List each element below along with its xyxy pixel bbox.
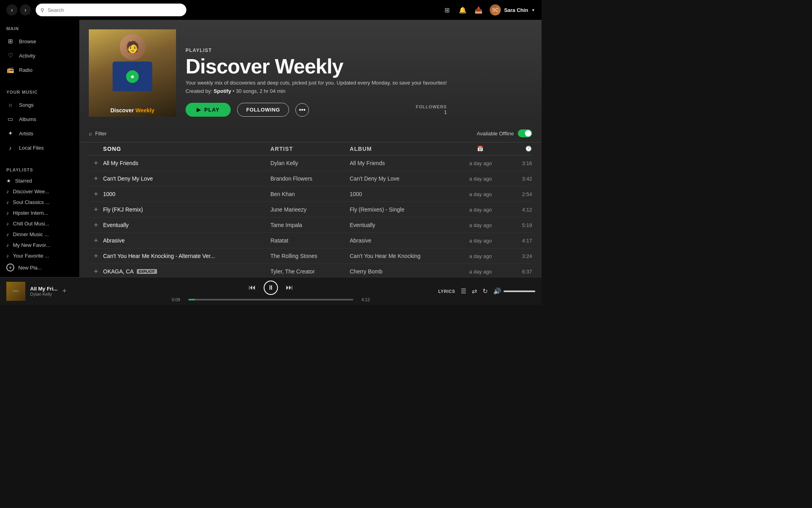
album-col[interactable]: Fly (Remixes) - Single	[350, 206, 453, 213]
playlist-item-chill-out[interactable]: ♪ Chill Out Musi...	[0, 218, 79, 229]
add-track-button[interactable]: +	[94, 237, 98, 244]
table-row[interactable]: + Fly (FKJ Remix) June Marieezy Fly (Rem…	[89, 202, 532, 217]
playlist-item-soul-classics[interactable]: ♪ Soul Classics ...	[0, 197, 79, 208]
table-row[interactable]: + All My Friends Dylan Kelly All My Frie…	[89, 156, 532, 171]
album-col[interactable]: 1000	[350, 191, 453, 197]
playlist-item-hipster-intern[interactable]: ♪ Hipster Intern...	[0, 208, 79, 218]
volume-track[interactable]	[504, 291, 535, 292]
duration-col: 4:17	[508, 238, 532, 244]
sidebar-item-browse[interactable]: ⊞ Browse	[0, 34, 79, 48]
play-pause-button[interactable]: ⏸	[264, 281, 278, 295]
artist-col[interactable]: The Rolling Stones	[270, 253, 350, 259]
song-name: OKAGA, CA	[103, 268, 134, 275]
table-row[interactable]: + OKAGA, CA EXPLICIT Tyler, The Creator …	[89, 264, 532, 277]
album-col[interactable]: Eventually	[350, 222, 453, 228]
song-col: Abrasive	[103, 237, 270, 244]
browse-icon: ⊞	[6, 37, 14, 45]
sidebar-item-local-files[interactable]: ♪ Local Files	[0, 140, 79, 155]
player-controls: ⏮ ⏸ ⏭ 0:09 4:12	[108, 281, 434, 302]
artist-col[interactable]: Tyler, The Creator	[270, 268, 350, 275]
tracklist-table: SONG ARTIST ALBUM 📅 🕐 + All My Friends D…	[79, 142, 542, 277]
playlist-item-discover-weekly[interactable]: ♪ Discover Wee...	[0, 186, 79, 197]
table-row[interactable]: + Abrasive Ratatat Abrasive a day ago 4:…	[89, 233, 532, 248]
table-row[interactable]: + Eventually Tame Impala Eventually a da…	[89, 217, 532, 233]
queue-button[interactable]: ☰	[461, 287, 466, 295]
add-track-button[interactable]: +	[94, 175, 98, 182]
album-col[interactable]: Can't You Hear Me Knocking	[350, 253, 453, 259]
tracklist-controls: ⌕ Filter Available Offline	[79, 125, 542, 142]
artist-col[interactable]: Brandon Flowers	[270, 175, 350, 182]
artist-col[interactable]: Dylan Kelly	[270, 160, 350, 166]
song-name: Eventually	[103, 222, 129, 228]
repeat-button[interactable]: ↻	[483, 287, 488, 295]
artist-col[interactable]: Tame Impala	[270, 222, 350, 228]
notifications-icon[interactable]: 🔔	[458, 5, 467, 15]
artist-col[interactable]: June Marieezy	[270, 206, 350, 213]
filter-search[interactable]: ⌕ Filter	[89, 130, 107, 137]
add-track-button[interactable]: +	[94, 206, 98, 213]
volume-icon: 🔊	[493, 287, 501, 295]
shuffle-button[interactable]: ⇄	[472, 287, 477, 295]
duration-col: 3:16	[508, 160, 532, 166]
artist-col[interactable]: Ben Khan	[270, 191, 350, 197]
apps-icon[interactable]: ⊞	[442, 5, 452, 15]
sidebar-item-activity[interactable]: ♡ Activity	[0, 48, 79, 63]
album-col[interactable]: Can't Deny My Love	[350, 175, 453, 182]
toggle-switch[interactable]	[518, 129, 532, 137]
progress-track[interactable]	[188, 299, 353, 300]
inbox-icon[interactable]: 📥	[474, 5, 483, 15]
table-row[interactable]: + Can't You Hear Me Knocking - Alternate…	[89, 248, 532, 264]
add-track-button[interactable]: +	[94, 221, 98, 229]
song-col: 1000	[103, 191, 270, 197]
playlist-name: Chill Out Musi...	[13, 221, 50, 227]
col-album-header: ALBUM	[350, 146, 453, 152]
back-button[interactable]: ‹	[6, 4, 17, 15]
table-row[interactable]: + 1000 Ben Khan 1000 a day ago 2:54	[89, 187, 532, 202]
add-col: +	[89, 252, 103, 260]
playlist-name: Soul Classics ...	[13, 199, 50, 205]
duration-col: 6:37	[508, 269, 532, 275]
playlist-item-starred[interactable]: ★ Starred	[0, 175, 79, 186]
player-add-icon[interactable]: +	[62, 287, 67, 295]
previous-button[interactable]: ⏮	[249, 283, 256, 292]
topbar-right: ⊞ 🔔 📥 SC Sara Chin ▼	[442, 4, 535, 15]
following-button[interactable]: FOLLOWING	[237, 103, 289, 117]
new-playlist-button[interactable]: +	[6, 264, 14, 271]
sidebar-item-artists[interactable]: ✦ Artists	[0, 126, 79, 140]
sidebar-item-songs[interactable]: ○ Songs	[0, 98, 79, 112]
meta-separator: •	[233, 88, 236, 94]
artist-col[interactable]: Ratatat	[270, 237, 350, 244]
player-track-info: All My Fri... Dylan Kelly	[30, 286, 57, 296]
sidebar-item-radio[interactable]: 📻 Radio	[0, 63, 79, 77]
forward-button[interactable]: ›	[20, 4, 31, 15]
next-button[interactable]: ⏭	[286, 283, 293, 292]
table-row[interactable]: + Can't Deny My Love Brandon Flowers Can…	[89, 171, 532, 187]
playlist-note-icon: ♪	[6, 231, 9, 237]
playlist-item-your-favorite[interactable]: ♪ Your Favorite ...	[0, 250, 79, 261]
activity-icon: ♡	[6, 52, 14, 60]
playlist-actions: ▶ PLAY FOLLOWING ••• FOLLOWERS 1	[186, 103, 447, 117]
song-col: All My Friends	[103, 160, 270, 166]
lyrics-button[interactable]: LYRICS	[438, 289, 455, 294]
more-button[interactable]: •••	[295, 103, 309, 117]
total-time: 4:12	[357, 297, 370, 302]
play-button[interactable]: ▶ PLAY	[186, 103, 231, 117]
user-area[interactable]: SC Sara Chin ▼	[490, 4, 535, 15]
chevron-down-icon: ▼	[531, 8, 535, 12]
playlist-item-dinner-music[interactable]: ♪ Dinner Music ...	[0, 229, 79, 240]
playlist-note-icon: ♪	[6, 221, 9, 227]
playlist-item-my-new-favor[interactable]: ♪ My New Favor...	[0, 240, 79, 250]
album-col[interactable]: Cherry Bomb	[350, 268, 453, 275]
date-col: a day ago	[453, 191, 508, 197]
add-track-button[interactable]: +	[94, 268, 98, 275]
new-playlist-item[interactable]: + New Pla...	[0, 261, 79, 274]
album-col[interactable]: Abrasive	[350, 237, 453, 244]
add-track-button[interactable]: +	[94, 190, 98, 198]
search-bar[interactable]: ⚲	[36, 4, 186, 16]
sidebar-item-albums[interactable]: ▭ Albums	[0, 112, 79, 126]
add-track-button[interactable]: +	[94, 160, 98, 167]
playlist-info: PLAYLIST Discover Weekly Your weekly mix…	[186, 29, 447, 117]
add-track-button[interactable]: +	[94, 252, 98, 260]
search-input[interactable]	[48, 7, 182, 13]
album-col[interactable]: All My Friends	[350, 160, 453, 166]
